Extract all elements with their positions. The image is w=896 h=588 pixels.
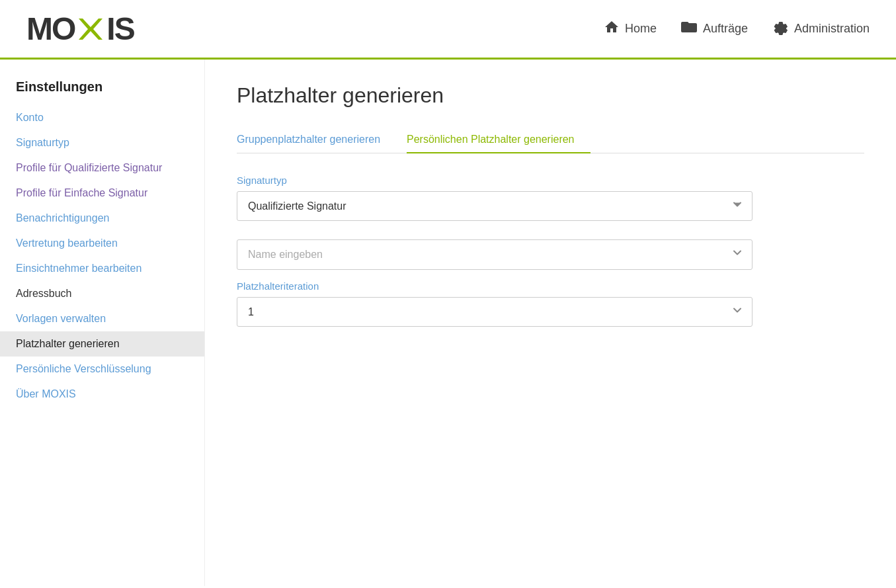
platzhalteriteration-select-wrapper: 1 2 3 4 5 <box>237 297 753 327</box>
sidebar-item-platzhalter[interactable]: Platzhalter generieren <box>0 331 204 357</box>
main-content: Platzhalter generieren Gruppenplatzhalte… <box>205 60 896 586</box>
logo-text-left: MO <box>26 11 75 47</box>
logo-arrow-icon <box>76 15 105 44</box>
folder-icon <box>680 19 698 39</box>
nav-home[interactable]: Home <box>604 19 657 39</box>
sidebar-item-vertretung[interactable]: Vertretung bearbeiten <box>0 231 204 256</box>
signaturtyp-select[interactable]: Qualifizierte Signatur Einfache Signatur <box>237 191 753 221</box>
gear-icon <box>772 19 789 40</box>
nav-administration-label: Administration <box>794 22 870 36</box>
name-input[interactable] <box>237 239 753 270</box>
sidebar-item-signaturtyp[interactable]: Signaturtyp <box>0 130 204 155</box>
sidebar-item-konto[interactable]: Konto <box>0 105 204 130</box>
form-section: Signaturtyp Qualifizierte Signatur Einfa… <box>237 175 753 327</box>
tab-persoenlich[interactable]: Persönlichen Platzhalter generieren <box>407 127 590 153</box>
sidebar-title: Einstellungen <box>0 79 204 105</box>
sidebar-item-ueber[interactable]: Über MOXIS <box>0 382 204 407</box>
logo: MO IS <box>26 11 134 47</box>
platzhalteriteration-select[interactable]: 1 2 3 4 5 <box>237 297 753 327</box>
nav-home-label: Home <box>625 22 657 36</box>
home-icon <box>604 19 620 39</box>
tabs: Gruppenplatzhalter generieren Persönlich… <box>237 126 864 153</box>
sidebar-item-profile-einfach[interactable]: Profile für Einfache Signatur <box>0 181 204 206</box>
sidebar-item-profile-qualifiziert[interactable]: Profile für Qualifizierte Signatur <box>0 155 204 181</box>
signaturtyp-select-wrapper: Qualifizierte Signatur Einfache Signatur <box>237 191 753 221</box>
sidebar-item-einsichtnehmer[interactable]: Einsichtnehmer bearbeiten <box>0 256 204 281</box>
nav-administration[interactable]: Administration <box>772 19 870 40</box>
logo-text-right: IS <box>106 11 134 47</box>
platzhalteriteration-label: Platzhalteriteration <box>237 280 753 292</box>
header: MO IS Home Aufträge Administration <box>0 0 896 60</box>
layout: Einstellungen Konto Signaturtyp Profile … <box>0 60 896 586</box>
sidebar: Einstellungen Konto Signaturtyp Profile … <box>0 60 205 586</box>
svg-marker-0 <box>79 19 102 40</box>
name-input-wrapper <box>237 239 753 270</box>
nav-auftraege-label: Aufträge <box>703 22 748 36</box>
sidebar-item-benachrichtigungen[interactable]: Benachrichtigungen <box>0 206 204 231</box>
sidebar-item-verschluesselung[interactable]: Persönliche Verschlüsselung <box>0 357 204 382</box>
page-title: Platzhalter generieren <box>237 83 864 108</box>
tab-gruppen[interactable]: Gruppenplatzhalter generieren <box>237 127 396 153</box>
signaturtyp-label: Signaturtyp <box>237 175 753 186</box>
nav-auftraege[interactable]: Aufträge <box>680 19 748 39</box>
sidebar-item-vorlagen[interactable]: Vorlagen verwalten <box>0 306 204 331</box>
sidebar-item-adressbuch[interactable]: Adressbuch <box>0 281 204 306</box>
top-nav: Home Aufträge Administration <box>604 19 870 40</box>
